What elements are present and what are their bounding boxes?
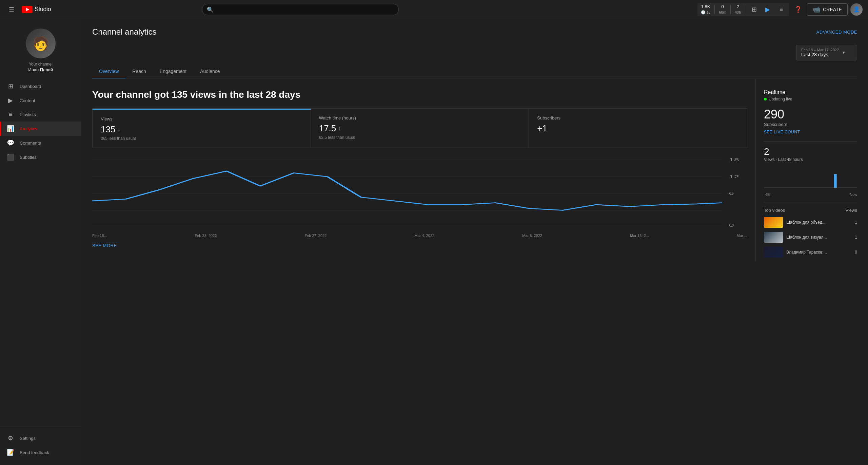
topbar-right: 1.8K 🕐 1y 0 60m 2 48h ⊞ ▶ ≡ ❓ 📹 CREATE	[697, 3, 863, 16]
tab-overview[interactable]: Overview	[92, 64, 125, 78]
date-range-main: Last 28 days	[801, 52, 839, 57]
live-dot-icon	[764, 98, 767, 100]
user-avatar[interactable]: 👤	[850, 3, 863, 16]
tab-engagement[interactable]: Engagement	[153, 64, 193, 78]
date-selector: Feb 18 – Mar 17, 2022 Last 28 days ▼	[92, 45, 857, 60]
tab-audience[interactable]: Audience	[193, 64, 226, 78]
see-more-button[interactable]: SEE MORE	[92, 238, 117, 254]
metric-watchtime-value: 17.5	[319, 123, 336, 134]
realtime-views-label: Views · Last 48 hours	[764, 157, 857, 162]
date-range-sub: Feb 18 – Mar 17, 2022	[801, 48, 839, 52]
stat-divider-3	[745, 5, 745, 14]
sidebar-label-playlists: Playlists	[20, 112, 36, 117]
right-panel: Realtime Updating live 290 Subscribers S…	[755, 78, 857, 262]
mini-chart-label-start: -48h	[764, 192, 771, 197]
analytics-icon: 📊	[7, 125, 14, 132]
metric-views[interactable]: Views 135 ↓ 365 less than usual	[93, 109, 311, 148]
video-views-3: 0	[855, 250, 857, 255]
svg-text:12: 12	[729, 174, 739, 179]
date-range-picker[interactable]: Feb 18 – Mar 17, 2022 Last 28 days ▼	[796, 45, 857, 60]
sidebar-label-subtitles: Subtitles	[20, 155, 37, 160]
settings-icon: ⚙	[7, 434, 14, 442]
metric-views-value: 135	[101, 124, 115, 135]
sidebar-item-comments[interactable]: 💬 Comments	[0, 136, 81, 150]
hamburger-icon: ☰	[9, 6, 14, 13]
logo[interactable]: Studio	[22, 6, 51, 13]
mini-chart-labels: -48h Now	[764, 192, 857, 197]
stat-1y: 1.8K 🕐 1y	[701, 4, 711, 15]
mini-chart	[764, 167, 857, 191]
metric-subs-value-row: +1	[537, 123, 739, 134]
analytics-tabs: Overview Reach Engagement Audience	[92, 64, 857, 78]
analytics-page: Channel analytics ADVANCED MODE Feb 18 –…	[81, 19, 868, 465]
profile-avatar[interactable]: 🧑	[26, 29, 56, 58]
sidebar-label-content: Content	[20, 98, 35, 103]
mini-chart-label-end: Now	[850, 192, 857, 197]
sidebar-item-content[interactable]: ▶ Content	[0, 93, 81, 108]
sidebar-label-analytics: Analytics	[20, 126, 37, 131]
metric-views-sub: 365 less than usual	[101, 136, 302, 141]
stat-divider-2	[730, 5, 731, 14]
chart-container: 18 12 6 0	[92, 156, 747, 231]
svg-text:0: 0	[729, 223, 734, 227]
tab-reach[interactable]: Reach	[125, 64, 153, 78]
sidebar-item-playlists[interactable]: ≡ Playlists	[0, 108, 81, 122]
panel-divider-1	[764, 141, 857, 142]
metric-watchtime-sub: 62.5 less than usual	[319, 135, 521, 140]
page-header: Channel analytics ADVANCED MODE	[92, 27, 857, 37]
video-row-3[interactable]: Владимир Тарасов:... 0	[764, 247, 857, 258]
search-icon: 🔍	[207, 6, 214, 13]
advanced-mode-button[interactable]: ADVANCED MODE	[816, 30, 857, 35]
comments-icon: 💬	[7, 139, 14, 147]
headline: Your channel got 135 views in the last 2…	[92, 89, 747, 100]
create-button[interactable]: 📹 CREATE	[807, 3, 848, 16]
video-thumb-3	[764, 247, 783, 258]
sidebar-item-subtitles[interactable]: ⬛ Subtitles	[0, 150, 81, 164]
metric-subscribers[interactable]: Subscribers +1	[529, 109, 747, 148]
main-layout: 🧑 Your channel Иван Палий ⊞ Dashboard ▶ …	[0, 19, 868, 465]
sidebar-item-settings[interactable]: ⚙ Settings	[0, 431, 81, 445]
playlists-icon: ≡	[7, 111, 14, 118]
sidebar-profile: 🧑 Your channel Иван Палий	[0, 23, 81, 79]
content-area: Channel analytics ADVANCED MODE Feb 18 –…	[81, 19, 868, 465]
analytics-body: Your channel got 135 views in the last 2…	[92, 78, 857, 262]
see-live-count-button[interactable]: SEE LIVE COUNT	[764, 130, 857, 134]
date-range-label: Feb 18 – Mar 17, 2022 Last 28 days	[801, 48, 839, 57]
sidebar: 🧑 Your channel Иван Палий ⊞ Dashboard ▶ …	[0, 19, 81, 465]
stats-menu-button[interactable]: ≡	[776, 5, 786, 14]
feedback-icon: 📝	[7, 449, 14, 456]
metric-watchtime-value-row: 17.5 ↓	[319, 123, 521, 134]
studio-label: Studio	[35, 6, 51, 13]
search-input[interactable]	[202, 4, 399, 15]
panel-divider-2	[764, 202, 857, 202]
metric-subs-value: +1	[537, 123, 547, 134]
video-views-1: 1	[855, 220, 857, 225]
sidebar-label-comments: Comments	[20, 141, 41, 146]
sidebar-item-feedback[interactable]: 📝 Send feedback	[0, 445, 81, 460]
topbar: ☰ Studio 🔍 1.8K 🕐 1y 0 60m 2	[0, 0, 868, 19]
help-button[interactable]: ❓	[792, 3, 804, 16]
realtime-subs-label: Subscribers	[764, 122, 857, 127]
sidebar-item-dashboard[interactable]: ⊞ Dashboard	[0, 79, 81, 93]
realtime-title: Realtime	[764, 89, 857, 95]
stats-play-button[interactable]: ▶	[763, 5, 772, 14]
sidebar-divider	[0, 428, 81, 428]
profile-name: Иван Палий	[28, 67, 53, 72]
metric-watch-time[interactable]: Watch time (hours) 17.5 ↓ 62.5 less than…	[311, 109, 529, 148]
stats-grid-button[interactable]: ⊞	[749, 5, 759, 14]
profile-channel-label: Your channel	[29, 62, 53, 67]
metric-subs-label: Subscribers	[537, 115, 739, 120]
stats-pills: 1.8K 🕐 1y 0 60m 2 48h ⊞ ▶ ≡	[697, 3, 789, 16]
video-row-1[interactable]: Шаблон для объед... 1	[764, 217, 857, 228]
updating-live: Updating live	[764, 97, 857, 101]
svg-text:6: 6	[729, 191, 734, 196]
hamburger-button[interactable]: ☰	[5, 3, 18, 16]
updating-live-label: Updating live	[769, 97, 792, 101]
page-title: Channel analytics	[92, 27, 156, 37]
analytics-main: Your channel got 135 views in the last 2…	[92, 78, 747, 262]
realtime-subs-count: 290	[764, 108, 857, 120]
metric-views-value-row: 135 ↓	[101, 124, 302, 135]
video-row-2[interactable]: Шаблон для визуал... 1	[764, 232, 857, 243]
sidebar-item-analytics[interactable]: 📊 Analytics	[0, 122, 81, 136]
video-views-2: 1	[855, 235, 857, 240]
